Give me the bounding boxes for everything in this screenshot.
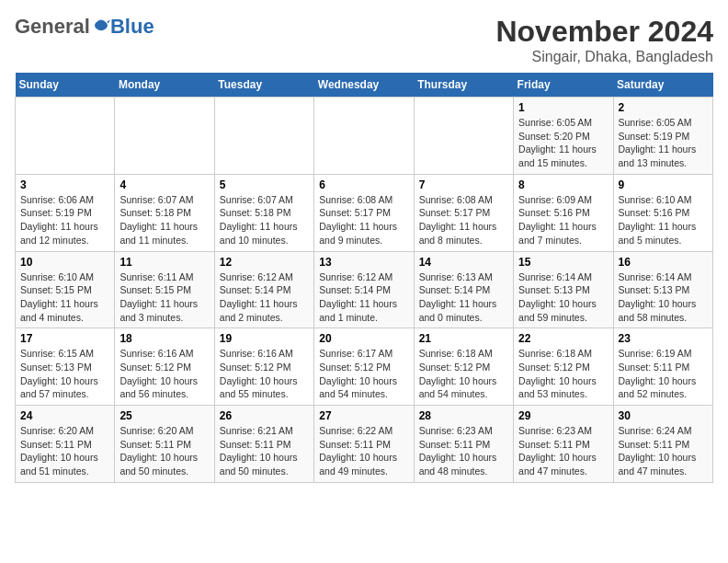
day-number: 19 <box>220 332 309 345</box>
calendar-cell: 13Sunrise: 6:12 AMSunset: 5:14 PMDayligh… <box>314 251 414 328</box>
day-info: Sunrise: 6:13 AMSunset: 5:14 PMDaylight:… <box>419 270 508 325</box>
calendar-cell: 23Sunrise: 6:19 AMSunset: 5:11 PMDayligh… <box>613 328 712 406</box>
calendar-cell: 14Sunrise: 6:13 AMSunset: 5:14 PMDayligh… <box>414 251 513 328</box>
calendar-body: 1Sunrise: 6:05 AMSunset: 5:20 PMDaylight… <box>16 98 713 483</box>
day-of-week-header: Friday <box>514 73 613 98</box>
month-title: November 2024 <box>495 15 713 49</box>
calendar-cell: 18Sunrise: 6:16 AMSunset: 5:12 PMDayligh… <box>115 328 214 406</box>
day-number: 14 <box>419 256 508 269</box>
day-info: Sunrise: 6:20 AMSunset: 5:11 PMDaylight:… <box>20 424 109 478</box>
day-number: 10 <box>20 256 109 269</box>
calendar-table: SundayMondayTuesdayWednesdayThursdayFrid… <box>15 73 713 483</box>
day-of-week-header: Saturday <box>613 73 712 98</box>
calendar-cell <box>214 98 313 175</box>
day-number: 17 <box>20 332 109 345</box>
calendar-cell: 24Sunrise: 6:20 AMSunset: 5:11 PMDayligh… <box>16 406 115 483</box>
day-number: 18 <box>119 332 209 345</box>
day-number: 9 <box>619 178 708 191</box>
day-number: 26 <box>220 409 309 422</box>
calendar-cell: 5Sunrise: 6:07 AMSunset: 5:18 PMDaylight… <box>214 174 313 251</box>
day-number: 5 <box>220 178 309 191</box>
day-info: Sunrise: 6:07 AMSunset: 5:18 PMDaylight:… <box>119 193 209 247</box>
day-info: Sunrise: 6:05 AMSunset: 5:19 PMDaylight:… <box>619 116 708 170</box>
calendar-cell: 6Sunrise: 6:08 AMSunset: 5:17 PMDaylight… <box>314 174 414 251</box>
calendar-week-row: 1Sunrise: 6:05 AMSunset: 5:20 PMDaylight… <box>16 98 713 175</box>
day-number: 28 <box>419 409 508 422</box>
day-number: 1 <box>518 101 608 114</box>
day-info: Sunrise: 6:08 AMSunset: 5:17 PMDaylight:… <box>419 193 508 247</box>
calendar-header-row: SundayMondayTuesdayWednesdayThursdayFrid… <box>16 73 713 98</box>
day-number: 21 <box>419 332 508 345</box>
day-info: Sunrise: 6:18 AMSunset: 5:12 PMDaylight:… <box>419 347 508 401</box>
calendar-cell <box>16 98 115 175</box>
calendar-cell: 30Sunrise: 6:24 AMSunset: 5:11 PMDayligh… <box>613 406 712 483</box>
day-number: 6 <box>319 178 408 191</box>
calendar-cell: 9Sunrise: 6:10 AMSunset: 5:16 PMDaylight… <box>613 174 712 251</box>
logo-general: General <box>15 15 90 39</box>
day-number: 22 <box>518 332 608 345</box>
day-info: Sunrise: 6:07 AMSunset: 5:18 PMDaylight:… <box>220 193 309 247</box>
calendar-cell: 25Sunrise: 6:20 AMSunset: 5:11 PMDayligh… <box>115 406 214 483</box>
calendar-cell: 21Sunrise: 6:18 AMSunset: 5:12 PMDayligh… <box>414 328 513 406</box>
calendar-week-row: 10Sunrise: 6:10 AMSunset: 5:15 PMDayligh… <box>16 251 713 328</box>
day-info: Sunrise: 6:10 AMSunset: 5:15 PMDaylight:… <box>20 270 109 325</box>
day-of-week-header: Sunday <box>16 73 115 98</box>
day-number: 11 <box>119 256 209 269</box>
title-block: November 2024 Singair, Dhaka, Bangladesh <box>495 15 713 65</box>
day-number: 27 <box>319 409 408 422</box>
calendar-cell: 11Sunrise: 6:11 AMSunset: 5:15 PMDayligh… <box>115 251 214 328</box>
day-info: Sunrise: 6:11 AMSunset: 5:15 PMDaylight:… <box>119 270 209 325</box>
logo: General Blue <box>15 15 154 39</box>
calendar-cell: 17Sunrise: 6:15 AMSunset: 5:13 PMDayligh… <box>16 328 115 406</box>
day-number: 25 <box>119 409 209 422</box>
calendar-cell: 8Sunrise: 6:09 AMSunset: 5:16 PMDaylight… <box>514 174 613 251</box>
logo-bird-icon <box>92 17 110 36</box>
logo-blue: Blue <box>110 15 154 39</box>
day-info: Sunrise: 6:16 AMSunset: 5:12 PMDaylight:… <box>220 347 309 401</box>
calendar-cell: 4Sunrise: 6:07 AMSunset: 5:18 PMDaylight… <box>115 174 214 251</box>
day-info: Sunrise: 6:12 AMSunset: 5:14 PMDaylight:… <box>220 270 309 325</box>
day-info: Sunrise: 6:10 AMSunset: 5:16 PMDaylight:… <box>619 193 708 247</box>
day-number: 30 <box>619 409 708 422</box>
day-number: 20 <box>319 332 408 345</box>
day-number: 7 <box>419 178 508 191</box>
location: Singair, Dhaka, Bangladesh <box>495 49 713 65</box>
day-info: Sunrise: 6:20 AMSunset: 5:11 PMDaylight:… <box>119 424 209 478</box>
day-info: Sunrise: 6:17 AMSunset: 5:12 PMDaylight:… <box>319 347 408 401</box>
day-number: 29 <box>518 409 608 422</box>
calendar-cell: 7Sunrise: 6:08 AMSunset: 5:17 PMDaylight… <box>414 174 513 251</box>
day-number: 4 <box>119 178 209 191</box>
day-info: Sunrise: 6:08 AMSunset: 5:17 PMDaylight:… <box>319 193 408 247</box>
day-of-week-header: Thursday <box>414 73 513 98</box>
day-info: Sunrise: 6:21 AMSunset: 5:11 PMDaylight:… <box>220 424 309 478</box>
day-info: Sunrise: 6:18 AMSunset: 5:12 PMDaylight:… <box>518 347 608 401</box>
calendar-cell <box>115 98 214 175</box>
page-header: General Blue November 2024 Singair, Dhak… <box>15 15 713 65</box>
day-info: Sunrise: 6:05 AMSunset: 5:20 PMDaylight:… <box>518 116 608 170</box>
day-info: Sunrise: 6:15 AMSunset: 5:13 PMDaylight:… <box>20 347 109 401</box>
calendar-cell: 15Sunrise: 6:14 AMSunset: 5:13 PMDayligh… <box>514 251 613 328</box>
day-of-week-header: Monday <box>115 73 214 98</box>
calendar-cell: 26Sunrise: 6:21 AMSunset: 5:11 PMDayligh… <box>214 406 313 483</box>
calendar-cell: 2Sunrise: 6:05 AMSunset: 5:19 PMDaylight… <box>613 98 712 175</box>
calendar-cell <box>414 98 513 175</box>
day-number: 12 <box>220 256 309 269</box>
day-number: 8 <box>518 178 608 191</box>
day-of-week-header: Tuesday <box>214 73 313 98</box>
calendar-week-row: 24Sunrise: 6:20 AMSunset: 5:11 PMDayligh… <box>16 406 713 483</box>
calendar-cell: 20Sunrise: 6:17 AMSunset: 5:12 PMDayligh… <box>314 328 414 406</box>
day-number: 13 <box>319 256 408 269</box>
day-number: 24 <box>20 409 109 422</box>
day-info: Sunrise: 6:12 AMSunset: 5:14 PMDaylight:… <box>319 270 408 325</box>
calendar-cell: 22Sunrise: 6:18 AMSunset: 5:12 PMDayligh… <box>514 328 613 406</box>
day-info: Sunrise: 6:19 AMSunset: 5:11 PMDaylight:… <box>619 347 708 401</box>
calendar-cell: 12Sunrise: 6:12 AMSunset: 5:14 PMDayligh… <box>214 251 313 328</box>
calendar-week-row: 3Sunrise: 6:06 AMSunset: 5:19 PMDaylight… <box>16 174 713 251</box>
calendar-cell: 19Sunrise: 6:16 AMSunset: 5:12 PMDayligh… <box>214 328 313 406</box>
day-info: Sunrise: 6:24 AMSunset: 5:11 PMDaylight:… <box>619 424 708 478</box>
day-info: Sunrise: 6:22 AMSunset: 5:11 PMDaylight:… <box>319 424 408 478</box>
day-info: Sunrise: 6:16 AMSunset: 5:12 PMDaylight:… <box>119 347 209 401</box>
calendar-cell: 16Sunrise: 6:14 AMSunset: 5:13 PMDayligh… <box>613 251 712 328</box>
day-number: 2 <box>619 101 708 114</box>
day-number: 16 <box>619 256 708 269</box>
